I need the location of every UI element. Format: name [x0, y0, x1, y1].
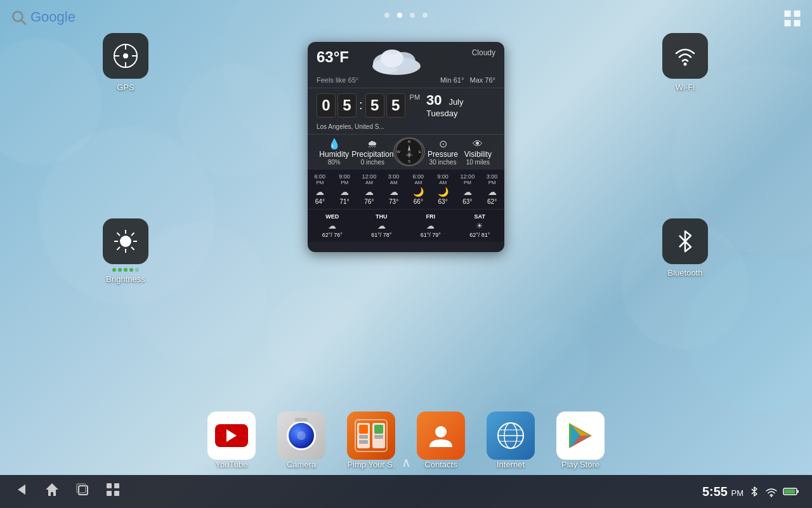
svg-text:N: N	[408, 140, 410, 144]
bluetooth-icon	[671, 227, 699, 255]
hourly-forecast: 6:00PM☁64°9:00PM☁71°12:00AM☁76°3:00AM☁73…	[308, 169, 504, 209]
wifi-icon-box	[662, 33, 708, 79]
dock-icon-contacts[interactable]: Contacts	[412, 411, 469, 469]
hourly-item: 3:00AM☁73°	[381, 170, 406, 209]
cloud-icon	[368, 44, 425, 76]
weather-top: 63°F Cloudy Feels like 65° Min 61° Max 7…	[308, 42, 504, 88]
bluetooth-status-icon	[749, 486, 760, 497]
home-button[interactable]	[43, 481, 61, 502]
search-icon	[10, 9, 27, 25]
daily-item: WED☁62°/ 76°	[308, 210, 357, 242]
svg-line-19	[131, 247, 134, 250]
widget-bottom	[308, 242, 504, 252]
recents-button[interactable]	[74, 481, 91, 502]
brightness-app-icon[interactable]: Brightness	[97, 218, 154, 284]
app-drawer-button[interactable]: ∧	[402, 455, 411, 470]
gps-icon-box	[103, 33, 148, 79]
visibility-detail: 👁 Visibility 10 miles	[461, 138, 495, 166]
brightness-label: Brightness	[106, 274, 145, 284]
page-dot-4[interactable]	[422, 13, 428, 18]
cloudy-label: Cloudy	[472, 48, 495, 57]
daily-item: FRI☁61°/ 79°	[406, 210, 455, 242]
grid-icon	[783, 9, 802, 28]
svg-rect-49	[107, 483, 112, 488]
nav-buttons	[13, 481, 122, 502]
status-time: 5:55 PM	[702, 485, 743, 499]
dock-icon-youtube[interactable]: YouTube	[203, 411, 260, 469]
svg-point-34	[435, 426, 447, 438]
bluetooth-label: Bluetooth	[668, 268, 703, 277]
dock-label-contacts: Contacts	[424, 460, 457, 469]
gps-icon	[112, 42, 140, 70]
dock-label-playstore: Play Store	[561, 460, 599, 469]
svg-rect-52	[114, 491, 119, 496]
clock-date: 30 July Tuesday	[426, 92, 463, 118]
google-text: Google	[30, 9, 75, 25]
wifi-label: Wi-Fi	[676, 83, 695, 92]
hourly-item: 9:00PM☁71°	[332, 170, 357, 209]
svg-text:W: W	[397, 150, 401, 154]
page-dot-2[interactable]	[397, 13, 402, 18]
weather-details: 💧 Humidity 80% 🌧 Precipitation 0 inches …	[308, 134, 504, 169]
hourly-item: 6:00PM☁64°	[308, 170, 332, 209]
precipitation-detail: 🌧 Precipitation 0 inches	[351, 138, 393, 166]
digit-3: 5	[365, 93, 384, 117]
apps-grid-button[interactable]	[104, 481, 122, 502]
gps-label: GPS	[117, 83, 134, 92]
dock-icon-pimp[interactable]: Pimp Your S.	[343, 411, 400, 469]
flip-clock: 0 5 : 5 5 PM	[317, 93, 420, 117]
hourly-item: 12:00AM☁76°	[357, 170, 382, 209]
ampm: PM	[410, 93, 421, 101]
brightness-icon	[112, 227, 140, 255]
svg-rect-56	[797, 490, 799, 493]
digit-2: 5	[337, 93, 357, 117]
daily-item: THU☁61°/ 78°	[357, 210, 407, 242]
svg-line-21	[117, 247, 121, 250]
wifi-app-icon[interactable]: Wi-Fi	[657, 33, 714, 92]
svg-point-25	[381, 50, 403, 67]
page-dot-3[interactable]	[410, 13, 415, 18]
dock-label-youtube: YouTube	[215, 460, 247, 469]
dock-icon-internet[interactable]: Internet	[482, 411, 539, 469]
min-max: Min 61° Max 76°	[440, 76, 495, 84]
bluetooth-icon-box	[662, 218, 708, 264]
weather-widget: 63°F Cloudy Feels like 65° Min 61° Max 7…	[308, 42, 504, 252]
gps-app-icon[interactable]: GPS	[97, 33, 154, 92]
feels-like: Feels like 65°	[317, 76, 358, 84]
page-dot-1[interactable]	[384, 13, 390, 18]
svg-line-18	[117, 233, 121, 236]
google-search-bar[interactable]: Google	[10, 9, 75, 25]
svg-line-1	[22, 20, 25, 24]
weather-temp: 63°F	[317, 48, 349, 66]
daily-forecast: WED☁62°/ 76°THU☁61°/ 78°FRI☁61°/ 79°SAT☀…	[308, 209, 504, 242]
page-dots	[384, 13, 428, 18]
hourly-item: 12:00PM☁63°	[455, 170, 480, 209]
svg-rect-3	[794, 11, 801, 17]
brightness-icon-box	[103, 218, 148, 264]
hourly-item: 6:00AM🌙66°	[406, 170, 431, 209]
back-button[interactable]	[13, 481, 30, 502]
svg-rect-5	[794, 20, 801, 27]
dock-label-camera: Camera	[287, 460, 316, 469]
dock-icon-playstore[interactable]: Play Store	[552, 411, 609, 469]
pressure-detail: ⊙ Pressure 30 inches	[425, 138, 460, 166]
wifi-status-icon	[765, 486, 778, 497]
svg-rect-50	[114, 483, 119, 488]
dock-label-internet: Internet	[497, 460, 525, 469]
recents-icon	[74, 481, 91, 498]
hourly-item: 3:00PM☁62°	[480, 170, 504, 209]
grid-button[interactable]	[783, 9, 802, 31]
svg-text:S: S	[408, 159, 410, 163]
svg-text:mph: mph	[406, 153, 412, 157]
back-icon	[13, 481, 30, 498]
battery-status-icon	[783, 487, 799, 496]
digit-4: 5	[386, 93, 405, 117]
bluetooth-app-icon[interactable]: Bluetooth	[657, 218, 714, 277]
dock-icon-camera[interactable]: Camera	[273, 411, 330, 469]
status-bar-right: 5:55 PM	[702, 485, 799, 499]
home-icon	[43, 481, 61, 498]
svg-rect-47	[79, 486, 88, 495]
date-number: 30	[426, 92, 442, 108]
svg-point-12	[684, 63, 687, 66]
svg-line-20	[131, 233, 134, 236]
